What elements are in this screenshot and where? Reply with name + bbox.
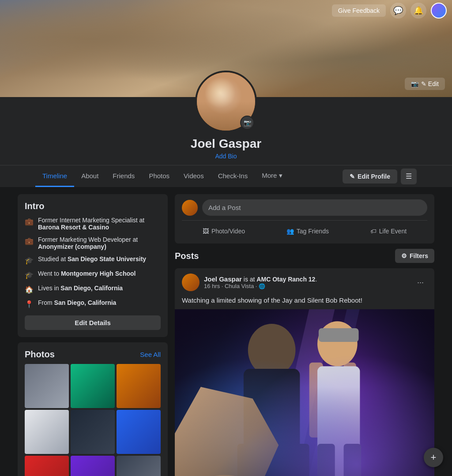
photo-thumb-6[interactable] — [117, 410, 161, 454]
post-text: Watching a limited showing of the Jay an… — [175, 296, 434, 309]
svg-line-3 — [269, 309, 331, 476]
svg-line-4 — [300, 309, 362, 476]
post-time: 16 hrs · Chula Vista · 🌐 — [204, 283, 409, 289]
post-actions-row: 🖼 Photo/Video 👥 Tag Friends 🏷 Life Event — [182, 220, 427, 238]
notifications-icon: 🔔 — [414, 6, 423, 15]
camera-icon-small: 📷 — [244, 119, 251, 126]
user-avatar-top[interactable] — [431, 3, 447, 19]
svg-rect-12 — [344, 363, 356, 431]
tab-photos[interactable]: Photos — [142, 166, 177, 187]
globe-icon: 🌐 — [259, 283, 265, 289]
post-timestamp: 16 hrs · Chula Vista · — [204, 283, 257, 289]
life-event-button[interactable]: 🏷 Life Event — [365, 224, 412, 238]
photos-grid — [25, 364, 161, 476]
avatar-camera-button[interactable]: 📷 — [240, 116, 254, 130]
pin-icon: 📍 — [25, 300, 34, 308]
svg-rect-14 — [317, 444, 335, 476]
see-all-link[interactable]: See All — [140, 351, 161, 358]
post-header: Joel Gaspar is at AMC Otay Ranch 12. 16 … — [175, 268, 434, 296]
filters-label: Filters — [410, 252, 428, 259]
nav-actions: ✎ Edit Profile ☰ — [343, 169, 417, 184]
svg-rect-8 — [290, 444, 309, 476]
post-image-visual — [175, 309, 434, 476]
photos-title: Photos — [25, 349, 55, 360]
photo-thumb-3[interactable] — [117, 364, 161, 408]
posts-title: Posts — [175, 251, 199, 261]
notifications-button[interactable]: 🔔 — [411, 3, 426, 19]
photos-card: Photos See All — [18, 342, 168, 476]
profile-section: 📷 Joel Gaspar Add Bio — [0, 97, 452, 165]
filters-button[interactable]: ⚙ Filters — [395, 249, 434, 263]
company-2: Anonymizer (company) — [38, 243, 106, 250]
photo-thumb-2[interactable] — [71, 364, 115, 408]
tab-friends[interactable]: Friends — [105, 166, 142, 187]
svg-rect-15 — [344, 444, 362, 476]
home-icon: 🏠 — [25, 285, 34, 294]
photo-thumb-4[interactable] — [25, 410, 69, 454]
fab-button[interactable]: + — [424, 448, 443, 467]
svg-point-5 — [248, 324, 296, 376]
tag-friends-label: Tag Friends — [297, 228, 329, 235]
hand-overlay — [175, 387, 305, 476]
right-column: Add a Post 🖼 Photo/Video 👥 Tag Friends 🏷… — [175, 194, 434, 476]
tab-about[interactable]: About — [74, 166, 105, 187]
post-image[interactable] — [175, 309, 434, 476]
post-card: Joel Gaspar is at AMC Otay Ranch 12. 16 … — [175, 268, 434, 476]
school-2: Montgomery High School — [61, 270, 136, 277]
filters-icon: ⚙ — [401, 252, 407, 259]
school-1: San Diego State University — [68, 255, 146, 262]
life-event-icon: 🏷 — [370, 228, 377, 235]
posts-section-header: Posts ⚙ Filters — [175, 249, 434, 263]
tab-timeline[interactable]: Timeline — [35, 166, 74, 187]
add-bio-link[interactable]: Add Bio — [215, 153, 237, 160]
photo-video-icon: 🖼 — [203, 228, 209, 235]
life-event-label: Life Event — [379, 228, 407, 235]
edit-details-button[interactable]: Edit Details — [25, 315, 161, 330]
cover-edit-button[interactable]: 📷 ✎ Edit — [405, 78, 445, 90]
photo-video-button[interactable]: 🖼 Photo/Video — [197, 224, 250, 238]
photo-thumb-8[interactable] — [71, 456, 115, 476]
add-post-row: Add a Post — [182, 199, 427, 216]
tab-videos[interactable]: Videos — [177, 166, 211, 187]
add-post-button[interactable]: Add a Post — [202, 199, 427, 216]
edit-profile-button[interactable]: ✎ Edit Profile — [343, 169, 397, 184]
post-author-avatar — [182, 274, 200, 291]
menu-button[interactable]: ☰ — [401, 169, 417, 184]
main-content: Intro 💼 Former Internet Marketing Specia… — [0, 187, 452, 476]
tab-more[interactable]: More ▾ — [255, 165, 289, 187]
add-post-card: Add a Post 🖼 Photo/Video 👥 Tag Friends 🏷… — [175, 194, 434, 244]
tag-friends-button[interactable]: 👥 Tag Friends — [281, 224, 334, 238]
intro-card: Intro 💼 Former Internet Marketing Specia… — [18, 194, 168, 337]
post-user-avatar — [182, 200, 198, 216]
svg-point-9 — [317, 321, 358, 366]
nav-tabs: Timeline About Friends Photos Videos Che… — [0, 165, 452, 187]
camera-icon: 📷 — [411, 80, 418, 87]
photo-thumb-9[interactable] — [117, 456, 161, 476]
post-author-name[interactable]: Joel Gaspar — [204, 275, 242, 283]
svg-rect-10 — [319, 328, 359, 342]
briefcase-icon-1: 💼 — [25, 217, 34, 226]
menu-icon: ☰ — [406, 172, 412, 180]
photos-header: Photos See All — [25, 349, 161, 360]
intro-item-job1: 💼 Former Internet Marketing Specialist a… — [25, 217, 161, 231]
photo-thumb-7[interactable] — [25, 456, 69, 476]
photo-thumb-5[interactable] — [71, 410, 115, 454]
post-author-line: Joel Gaspar is at AMC Otay Ranch 12. — [204, 275, 409, 283]
graduation-icon-1: 🎓 — [25, 256, 34, 265]
messenger-button[interactable]: 💬 — [390, 3, 406, 19]
tab-checkins[interactable]: Check-Ins — [211, 166, 255, 187]
from-location: San Diego, California — [54, 299, 117, 306]
photo-thumb-1[interactable] — [25, 364, 69, 408]
intro-item-lives: 🏠 Lives in San Diego, California — [25, 285, 161, 294]
top-bar: Give Feedback 💬 🔔 — [327, 0, 452, 21]
intro-item-edu2: 🎓 Went to Montgomery High School — [25, 270, 161, 279]
tag-friends-icon: 👥 — [286, 228, 294, 235]
post-more-button[interactable]: ··· — [414, 276, 427, 289]
left-column: Intro 💼 Former Internet Marketing Specia… — [18, 194, 168, 476]
briefcase-icon-2: 💼 — [25, 236, 34, 245]
intro-item-edu1: 🎓 Studied at San Diego State University — [25, 255, 161, 265]
post-location[interactable]: AMC Otay Ranch 12 — [256, 276, 315, 283]
give-feedback-button[interactable]: Give Feedback — [332, 4, 386, 17]
edit-profile-label: Edit Profile — [358, 173, 390, 180]
messenger-icon: 💬 — [393, 6, 403, 15]
